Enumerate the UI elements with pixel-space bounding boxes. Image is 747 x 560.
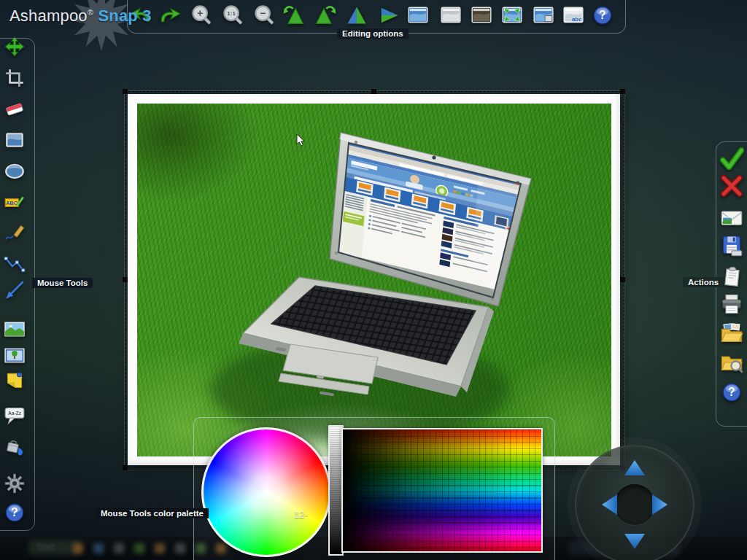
app-title: Ashampoo® Snap 3 bbox=[9, 7, 152, 26]
nav-left-arrow[interactable] bbox=[602, 494, 617, 515]
mouse-tools-panel bbox=[0, 38, 35, 531]
selection-handle-w[interactable] bbox=[123, 277, 128, 282]
mouse-cursor bbox=[297, 134, 304, 146]
image-white-frame bbox=[128, 94, 620, 465]
photo-laptop-on-grass bbox=[137, 104, 611, 456]
selection-handle-sw[interactable] bbox=[123, 465, 128, 470]
taskbar-blob bbox=[155, 543, 165, 553]
actions-label: Actions bbox=[683, 277, 724, 287]
mouse-tools-label: Mouse Tools bbox=[32, 278, 93, 288]
taskbar-blob bbox=[93, 543, 104, 553]
navigation-hub[interactable] bbox=[614, 484, 655, 525]
watermark-text: 12- bbox=[294, 509, 308, 520]
selection-handle-n[interactable] bbox=[371, 89, 376, 94]
taskbar-blob bbox=[175, 543, 185, 553]
laptop-illustration bbox=[137, 104, 611, 456]
taskbar-blob bbox=[73, 543, 83, 553]
taskbar-blob bbox=[114, 543, 124, 553]
color-palette-label: Mouse Tools color palette bbox=[96, 508, 209, 518]
canvas-selection[interactable] bbox=[125, 91, 624, 470]
color-wheel[interactable] bbox=[201, 427, 331, 557]
app-title-product: Snap 3 bbox=[98, 7, 151, 25]
selection-handle-e[interactable] bbox=[620, 277, 625, 282]
taskbar-blob bbox=[134, 543, 144, 553]
navigation-pad[interactable] bbox=[575, 445, 694, 560]
registered-mark: ® bbox=[88, 8, 93, 17]
app-title-brand: Ashampoo bbox=[9, 7, 88, 25]
app-window: Start Ashampoo® Snap 3 + 1:1 − bbox=[0, 0, 747, 560]
selection-handle-nw[interactable] bbox=[123, 89, 128, 94]
nav-right-arrow[interactable] bbox=[652, 494, 667, 515]
nav-down-arrow[interactable] bbox=[624, 534, 645, 549]
nav-up-arrow[interactable] bbox=[624, 460, 645, 475]
selection-handle-ne[interactable] bbox=[620, 89, 625, 94]
color-matrix[interactable] bbox=[341, 428, 543, 553]
editing-options-label: Editing options bbox=[337, 28, 409, 39]
